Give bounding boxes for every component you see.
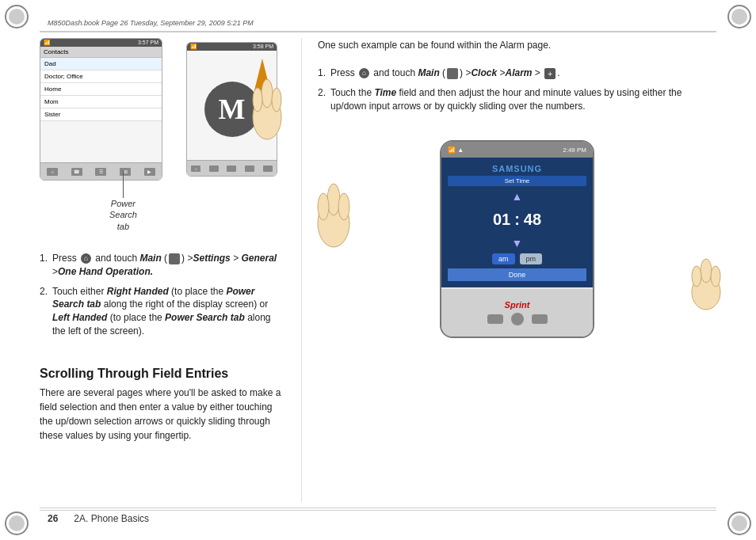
power-search-text: PowerSearchtab — [109, 199, 137, 231]
phone-left-mockup: 📶 3:57 PM Contacts Dad Doctor; Office Ho… — [40, 38, 162, 181]
right-step-2: 2. Touch the Time field and then adjust … — [318, 86, 716, 113]
step-2-number: 2. — [40, 285, 48, 338]
samsung-logo: SAMSUNG — [448, 164, 586, 173]
step-1-number: 1. — [40, 252, 48, 279]
right-column: One such example can be found within the… — [318, 38, 716, 502]
corner-decoration-tr — [727, 5, 751, 29]
alarm-phone-mockup: 📶 ▲ 2:49 PM SAMSUNG Set Time ▲ 01 : 48 — [440, 140, 594, 338]
phone-nav-buttons — [487, 313, 548, 325]
done-bar[interactable]: Done — [448, 268, 586, 281]
bottom-bar-icon-r5 — [263, 165, 273, 172]
nav-forward-button[interactable] — [532, 314, 548, 324]
contact-dad: Dad — [40, 58, 162, 70]
nav-back-button[interactable] — [487, 314, 503, 324]
step-2-text: Touch either Right Handed (to place the … — [52, 285, 285, 338]
status-time: 3:57 PM — [138, 40, 158, 46]
right-intro-text: One such example can be found within the… — [318, 38, 716, 52]
pm-button[interactable]: pm — [520, 253, 543, 264]
main-content: 📶 3:57 PM Contacts Dad Doctor; Office Ho… — [40, 38, 716, 502]
plus-icon: + — [544, 68, 556, 79]
bottom-icon-3: ☰ — [95, 168, 106, 176]
phone-bottom-samsung: Sprint — [441, 289, 593, 337]
bottom-bar-icon-r3 — [227, 165, 236, 172]
right-step-2-number: 2. — [318, 86, 326, 113]
right-steps: 1. Press ⌂ and touch Main () >Clock >Ala… — [318, 67, 716, 119]
page-header: M850Dash.book Page 26 Tuesday, September… — [40, 14, 716, 32]
footer-chapter: 2A. Phone Basics — [74, 513, 149, 524]
alarm-screen: SAMSUNG Set Time ▲ 01 : 48 ▼ am — [441, 158, 593, 287]
step-1: 1. Press ⌂ and touch Main () >Settings >… — [40, 252, 285, 279]
hand-illustration-right — [310, 172, 357, 253]
time-up-arrow: ▲ — [448, 190, 586, 203]
set-time-bar: Set Time — [448, 176, 586, 186]
scrolling-heading: Scrolling Through Field Entries — [40, 367, 285, 381]
corner-decoration-bl — [5, 511, 29, 535]
contact-doctor: Doctor; Office — [40, 70, 162, 83]
right-menu-icon — [447, 68, 458, 79]
svg-point-1 — [262, 79, 273, 108]
svg-point-10 — [692, 266, 701, 287]
contacts-title: Contacts — [44, 48, 69, 55]
colon-separator: : — [514, 211, 520, 229]
column-divider — [301, 38, 302, 502]
step-2: 2. Touch either Right Handed (to place t… — [40, 285, 285, 338]
right-step-1-number: 1. — [318, 67, 326, 80]
svg-point-5 — [327, 184, 340, 215]
svg-point-2 — [253, 88, 262, 112]
bottom-bar-icon-r2 — [209, 165, 219, 172]
bottom-icon-2: ☎ — [71, 168, 82, 176]
svg-point-3 — [272, 88, 281, 112]
left-column: 📶 3:57 PM Contacts Dad Doctor; Office Ho… — [40, 38, 285, 502]
right-step-2-text: Touch the Time field and then adjust the… — [330, 86, 716, 113]
svg-point-7 — [338, 193, 349, 220]
header-text: M850Dash.book Page 26 Tuesday, September… — [48, 19, 254, 27]
alarm-time: 2:49 PM — [563, 146, 586, 154]
bottom-icon-1: ⌂ — [47, 168, 58, 176]
corner-decoration-tl — [5, 5, 29, 29]
footer-divider — [40, 508, 716, 508]
phone-right-status: 📶 3:58 PM — [187, 43, 277, 51]
am-button[interactable]: am — [492, 253, 515, 264]
power-search-label: PowerSearchtab — [109, 198, 137, 232]
hours-display: 01 — [493, 211, 510, 229]
svg-point-9 — [701, 259, 712, 283]
phone-bottom-bar-left: ⌂ ☎ ☰ ⊞ ▶ — [40, 162, 162, 180]
contact-home: Home — [40, 83, 162, 96]
alarm-status-bar: 📶 ▲ 2:49 PM — [441, 142, 593, 158]
minutes-display: 48 — [524, 211, 541, 229]
svg-point-11 — [711, 266, 720, 287]
time-picker: 01 : 48 — [448, 211, 586, 229]
status-icons: 📶 — [44, 40, 51, 46]
sprint-logo: Sprint — [505, 300, 530, 310]
contacts-header: Contacts — [40, 47, 162, 58]
header-divider — [40, 32, 716, 32]
bottom-bar-icon-r4 — [245, 165, 254, 172]
right-step-1: 1. Press ⌂ and touch Main () >Clock >Ala… — [318, 67, 716, 80]
phone-right-bottom-bar: ⌂ — [187, 160, 277, 176]
phone-left-status: 📶 3:57 PM — [40, 39, 162, 47]
page-footer: 26 2A. Phone Basics — [40, 510, 716, 526]
press-text: Press — [52, 253, 79, 264]
alarm-phone-container: 📶 ▲ 2:49 PM SAMSUNG Set Time ▲ 01 : 48 — [318, 140, 716, 338]
corner-decoration-br — [727, 511, 751, 535]
nav-home-button[interactable] — [511, 313, 524, 325]
svg-point-6 — [318, 193, 329, 220]
bottom-icon-5: ▶ — [144, 168, 155, 176]
steps-section: 1. Press ⌂ and touch Main () >Settings >… — [40, 252, 285, 344]
menu-grid-icon — [169, 253, 180, 264]
hand-illustration-right-bottom — [685, 249, 728, 314]
right-home-icon: ⌂ — [359, 68, 369, 78]
bottom-icon-4: ⊞ — [120, 168, 131, 176]
scrolling-body: There are several pages where you'll be … — [40, 386, 285, 443]
hand-illustration-left — [246, 70, 289, 143]
home-button-icon: ⌂ — [81, 253, 91, 264]
right-step-1-text: Press ⌂ and touch Main () >Clock >Alarm … — [330, 67, 560, 80]
bottom-bar-icon-r1: ⌂ — [191, 165, 200, 172]
contact-mom: Mom — [40, 96, 162, 108]
annotation-line-power — [123, 170, 124, 198]
phone-screenshots: 📶 3:57 PM Contacts Dad Doctor; Office Ho… — [40, 38, 277, 196]
step-1-text: Press ⌂ and touch Main () >Settings > Ge… — [52, 252, 285, 279]
scrolling-section: Scrolling Through Field Entries There ar… — [40, 359, 285, 443]
page-number: 26 — [48, 513, 58, 524]
alarm-status-icons: 📶 ▲ — [448, 146, 563, 154]
